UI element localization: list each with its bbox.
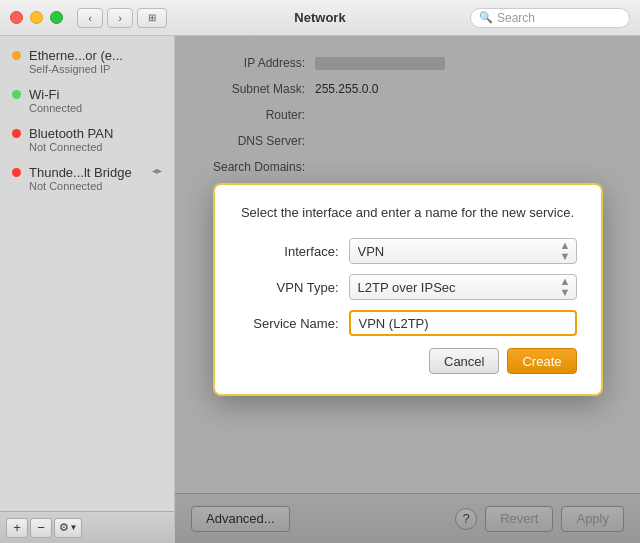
create-button[interactable]: Create <box>507 348 576 374</box>
vpn-type-label: VPN Type: <box>239 280 349 295</box>
remove-network-button[interactable]: − <box>30 518 52 538</box>
detail-panel: IP Address: Subnet Mask: 255.255.0.0 Rou… <box>175 36 640 543</box>
vpn-type-select-wrapper: L2TP over IPSec PPTP IKEv2 Cisco IPSec ▲… <box>349 274 577 300</box>
interface-select-wrapper: VPN Ethernet Wi-Fi Bluetooth PAN ▲▼ <box>349 238 577 264</box>
service-name-input[interactable] <box>349 310 577 336</box>
cancel-button[interactable]: Cancel <box>429 348 499 374</box>
forward-button[interactable]: › <box>107 8 133 28</box>
window-title: Network <box>294 10 345 25</box>
nav-buttons: ‹ › <box>77 8 133 28</box>
network-list: Etherne...or (e... Self-Assigned IP Wi-F… <box>0 36 174 511</box>
titlebar: ‹ › ⊞ Network 🔍 Search <box>0 0 640 36</box>
maximize-button[interactable] <box>50 11 63 24</box>
grid-button[interactable]: ⊞ <box>137 8 167 28</box>
network-name-wifi: Wi-Fi <box>29 87 162 102</box>
chevron-down-icon: ▼ <box>70 523 78 532</box>
search-placeholder: Search <box>497 11 621 25</box>
sidebar: Etherne...or (e... Self-Assigned IP Wi-F… <box>0 36 175 543</box>
sidebar-item-bluetooth[interactable]: Bluetooth PAN Not Connected <box>0 120 174 159</box>
network-status-wifi: Connected <box>29 102 162 114</box>
modal-buttons: Cancel Create <box>239 348 577 374</box>
interface-select[interactable]: VPN Ethernet Wi-Fi Bluetooth PAN <box>349 238 577 264</box>
sidebar-item-ethernet[interactable]: Etherne...or (e... Self-Assigned IP <box>0 42 174 81</box>
service-name-row: Service Name: <box>239 310 577 336</box>
vpn-type-row: VPN Type: L2TP over IPSec PPTP IKEv2 Cis… <box>239 274 577 300</box>
thunderbolt-arrows-icon: ◂▸ <box>152 165 162 176</box>
modal-form: Interface: VPN Ethernet Wi-Fi Bluetooth … <box>239 238 577 336</box>
sidebar-toolbar: + − ⚙ ▼ <box>0 511 174 543</box>
minimize-button[interactable] <box>30 11 43 24</box>
add-network-button[interactable]: + <box>6 518 28 538</box>
modal-title: Select the interface and enter a name fo… <box>239 205 577 220</box>
gear-icon: ⚙ <box>59 521 69 534</box>
status-dot-thunderbolt <box>12 168 21 177</box>
network-status-thunderbolt: Not Connected <box>29 180 144 192</box>
main-content: Etherne...or (e... Self-Assigned IP Wi-F… <box>0 36 640 543</box>
traffic-lights <box>10 11 63 24</box>
search-box[interactable]: 🔍 Search <box>470 8 630 28</box>
back-button[interactable]: ‹ <box>77 8 103 28</box>
interface-label: Interface: <box>239 244 349 259</box>
network-name-thunderbolt: Thunde...lt Bridge <box>29 165 144 180</box>
sidebar-item-thunderbolt[interactable]: Thunde...lt Bridge Not Connected ◂▸ <box>0 159 174 198</box>
status-dot-ethernet <box>12 51 21 60</box>
gear-menu-button[interactable]: ⚙ ▼ <box>54 518 82 538</box>
modal-overlay: Select the interface and enter a name fo… <box>175 36 640 543</box>
vpn-type-select[interactable]: L2TP over IPSec PPTP IKEv2 Cisco IPSec <box>349 274 577 300</box>
status-dot-bluetooth <box>12 129 21 138</box>
sidebar-item-wifi[interactable]: Wi-Fi Connected <box>0 81 174 120</box>
new-service-modal: Select the interface and enter a name fo… <box>213 183 603 396</box>
close-button[interactable] <box>10 11 23 24</box>
service-name-label: Service Name: <box>239 316 349 331</box>
status-dot-wifi <box>12 90 21 99</box>
interface-row: Interface: VPN Ethernet Wi-Fi Bluetooth … <box>239 238 577 264</box>
network-name-ethernet: Etherne...or (e... <box>29 48 162 63</box>
network-name-bluetooth: Bluetooth PAN <box>29 126 162 141</box>
network-status-ethernet: Self-Assigned IP <box>29 63 162 75</box>
search-icon: 🔍 <box>479 11 493 24</box>
network-status-bluetooth: Not Connected <box>29 141 162 153</box>
